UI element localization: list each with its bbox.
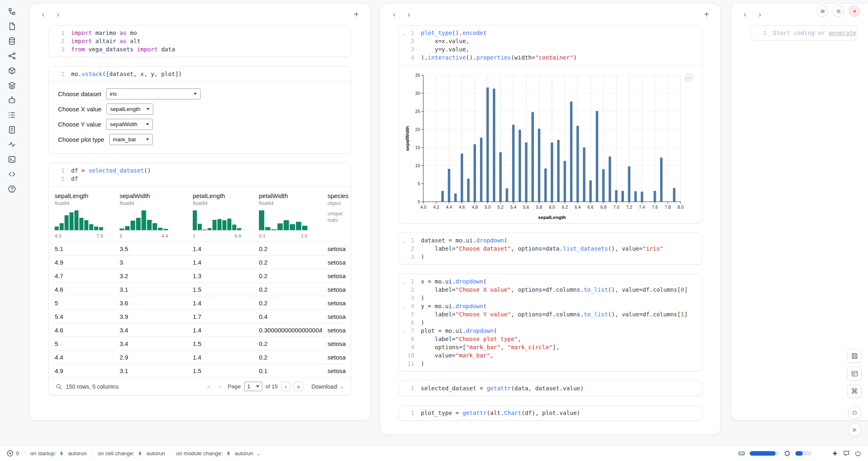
- column-next-button[interactable]: ›: [53, 9, 63, 19]
- svg-text:7.4: 7.4: [639, 205, 645, 210]
- code-editor[interactable]: 1import marimo as mo2import altair as al…: [49, 25, 351, 57]
- table-row[interactable]: 4.931.40.2setosa: [55, 255, 345, 269]
- svg-text:35: 35: [415, 73, 420, 78]
- cpu-usage-bar: [795, 451, 812, 456]
- table-row[interactable]: 5.13.51.40.2setosa: [55, 242, 345, 255]
- altair-chart[interactable]: 4.04.24.44.64.85.05.25.45.65.86.06.26.46…: [404, 71, 699, 221]
- on-startup-setting[interactable]: on startup: autorun: [30, 450, 86, 457]
- code-editor[interactable]: 1mo.vstack([dataset, x, y, plot]): [49, 67, 351, 81]
- power-button[interactable]: [854, 450, 861, 457]
- floating-action-buttons: ⌘: [847, 349, 862, 437]
- column-header[interactable]: sepalLengthfloat644.37.9: [55, 192, 120, 238]
- last-page-button[interactable]: »: [294, 382, 303, 391]
- layout-button[interactable]: [847, 366, 862, 380]
- run-all-button[interactable]: [848, 423, 861, 437]
- download-button[interactable]: Download⌄: [312, 383, 344, 390]
- first-page-button[interactable]: «: [205, 383, 213, 390]
- outline-icon[interactable]: [6, 80, 18, 91]
- logs-icon[interactable]: [6, 109, 18, 121]
- svg-text:0: 0: [418, 199, 420, 204]
- chart-bar: [589, 180, 592, 202]
- chart-bar: [673, 188, 675, 202]
- add-cell-button[interactable]: +: [702, 9, 711, 19]
- ai-sparkle-button[interactable]: [831, 450, 838, 457]
- chart-menu-button[interactable]: ⋯: [684, 73, 694, 83]
- files-icon[interactable]: [6, 21, 18, 32]
- chart-bar: [499, 152, 502, 202]
- table-row[interactable]: 53.61.40.2setosa: [55, 296, 345, 309]
- table-cell: setosa: [328, 327, 351, 334]
- column-header[interactable]: sepalWidthfloat6424.4: [120, 192, 193, 238]
- feedback-button[interactable]: [843, 450, 850, 457]
- database-icon[interactable]: [6, 35, 18, 47]
- settings-button[interactable]: [833, 5, 844, 17]
- svg-text:5.2: 5.2: [497, 205, 503, 210]
- table-row[interactable]: 4.93.11.50.1setosa: [55, 364, 345, 377]
- chart-bar: [461, 154, 463, 202]
- table-cell: 1.4: [193, 245, 259, 252]
- svg-text:15: 15: [415, 145, 420, 150]
- table-row[interactable]: 4.42.91.40.2setosa: [55, 350, 345, 364]
- errors-indicator[interactable]: 0: [7, 450, 19, 457]
- notebook-menu-button[interactable]: [817, 5, 828, 17]
- column-histogram: [55, 210, 103, 232]
- table-row[interactable]: 5.43.91.70.4setosa: [55, 309, 345, 323]
- choose-x-select[interactable]: sepalLength: [106, 104, 153, 115]
- next-page-button[interactable]: ›: [281, 382, 291, 391]
- file-tree-icon[interactable]: [6, 6, 18, 17]
- column-header[interactable]: speciesobjectunique:nulls:: [328, 192, 351, 238]
- column-prev-button[interactable]: ‹: [38, 9, 48, 19]
- code-editor[interactable]: 1selected_dataset = getattr(data, datase…: [399, 381, 702, 396]
- on-module-change-setting[interactable]: on module change: autorun ⌄: [176, 450, 261, 457]
- svg-text:5.6: 5.6: [523, 205, 529, 210]
- tracing-icon[interactable]: [6, 139, 18, 150]
- code-editor[interactable]: 1 Start coding or generate with: [751, 25, 857, 40]
- generate-with-ai-link[interactable]: generate: [829, 30, 856, 36]
- packages-icon[interactable]: [6, 65, 18, 76]
- svg-text:7.8: 7.8: [665, 205, 671, 210]
- on-cell-change-setting[interactable]: on cell change: autorun: [98, 450, 165, 457]
- choose-plot-type-select[interactable]: mark_bar: [109, 134, 153, 145]
- choose-y-select[interactable]: sepalWidth: [106, 119, 153, 130]
- search-icon[interactable]: [55, 383, 62, 390]
- table-row[interactable]: 4.63.11.50.2setosa: [55, 282, 345, 296]
- page-select[interactable]: 1: [244, 382, 262, 391]
- table-row[interactable]: 4.63.41.40.30000000000000004setosa: [55, 323, 345, 337]
- column-header[interactable]: petalLengthfloat6416.9: [193, 192, 259, 238]
- choose-dataset-select[interactable]: iris: [106, 88, 201, 99]
- column-prev-button[interactable]: ‹: [740, 9, 750, 19]
- save-button[interactable]: [847, 349, 862, 363]
- table-cell: 3.6: [120, 300, 193, 307]
- column-next-button[interactable]: ›: [404, 9, 414, 19]
- assistant-icon[interactable]: [6, 95, 18, 106]
- chart-bar: [628, 166, 630, 202]
- help-icon[interactable]: [6, 183, 18, 195]
- chart-bar: [448, 169, 450, 202]
- shutdown-button[interactable]: [849, 5, 860, 17]
- column-next-button[interactable]: ›: [755, 9, 765, 19]
- altair-bar-chart[interactable]: 4.04.24.44.64.85.05.25.45.65.86.06.26.46…: [404, 71, 687, 221]
- column-prev-button[interactable]: ‹: [389, 9, 399, 19]
- table-cell: 0.2: [259, 259, 328, 266]
- code-editor[interactable]: 1plot_type = getattr(alt.Chart(df), plot…: [399, 406, 702, 420]
- table-row[interactable]: 4.73.21.30.2setosa: [55, 269, 345, 282]
- terminal-icon[interactable]: [6, 154, 18, 165]
- column-header[interactable]: petalWidthfloat640.12.5: [259, 192, 328, 238]
- code-editor[interactable]: ⌄1dataset = mo.ui.dropdown(2 label="Choo…: [399, 233, 702, 264]
- variables-icon[interactable]: [6, 50, 18, 62]
- snippets-icon[interactable]: [6, 168, 18, 180]
- chart-bar: [512, 125, 515, 202]
- documentation-icon[interactable]: [6, 124, 18, 136]
- prev-page-button[interactable]: ‹: [216, 383, 224, 390]
- code-editor[interactable]: ⌄1plot_type().encode(2 x=x.value,3 y=y.v…: [399, 25, 702, 65]
- chart-output: 4.04.24.44.64.85.05.25.45.65.86.06.26.46…: [399, 65, 702, 223]
- add-cell-button[interactable]: +: [351, 9, 361, 19]
- chart-bar: [570, 101, 573, 202]
- table-row[interactable]: 53.41.50.2setosa: [55, 337, 345, 350]
- present-mode-button[interactable]: [848, 406, 861, 420]
- table-cell: 0.2: [259, 286, 328, 293]
- command-icon: ⌘: [851, 387, 858, 396]
- keyboard-shortcuts-button[interactable]: ⌘: [847, 384, 862, 398]
- code-editor[interactable]: 1df = selected_dataset()2df: [49, 163, 351, 186]
- code-editor[interactable]: ⌄1x = mo.ui.dropdown(2 label="Choose X v…: [399, 274, 702, 371]
